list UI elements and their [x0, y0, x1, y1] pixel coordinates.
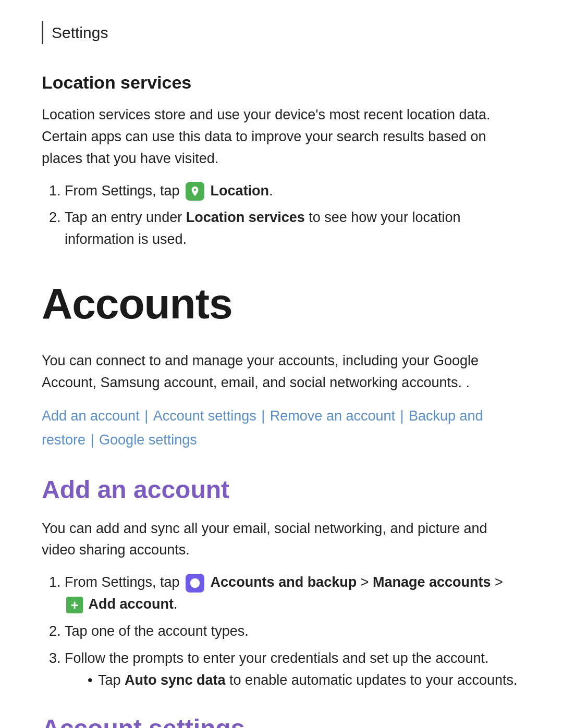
location-services-body: Location services store and use your dev…	[42, 104, 521, 170]
location-steps-list: From Settings, tap Location. Tap an entr…	[42, 180, 521, 251]
auto-sync-bold: Auto sync data	[125, 672, 226, 688]
add-account-bullet-list: Tap Auto sync data to enable automatic u…	[65, 670, 521, 692]
add-account-steps: From Settings, tap Accounts and backup >…	[42, 572, 521, 691]
quick-links-row: Add an account | Account settings | Remo…	[42, 404, 521, 452]
auto-sync-bullet: Tap Auto sync data to enable automatic u…	[88, 670, 521, 692]
accounts-backup-bold-1: Accounts and backup	[211, 574, 357, 590]
location-services-bold: Location services	[186, 209, 305, 225]
settings-title: Settings	[52, 24, 108, 41]
location-step-1: From Settings, tap Location.	[65, 180, 521, 202]
add-account-section: Add an account You can add and sync all …	[42, 471, 521, 692]
page-title: Accounts	[42, 272, 521, 336]
location-step-2: Tap an entry under Location services to …	[65, 207, 521, 251]
accounts-intro: You can connect to and manage your accou…	[42, 350, 521, 394]
account-settings-section: Account settings Each account has its ow…	[42, 710, 521, 728]
location-services-title: Location services	[42, 69, 521, 96]
manage-accounts-bold-1: Manage accounts	[373, 574, 491, 590]
add-account-heading[interactable]: Add an account	[42, 471, 521, 509]
settings-header: Settings	[42, 21, 521, 44]
add-account-step-2: Tap one of the account types.	[65, 621, 521, 643]
accounts-icon-1	[186, 574, 204, 593]
account-settings-heading[interactable]: Account settings	[42, 710, 521, 728]
add-account-step-3: Follow the prompts to enter your credent…	[65, 648, 521, 692]
add-account-step-1: From Settings, tap Accounts and backup >…	[65, 572, 521, 615]
location-icon	[186, 182, 204, 201]
add-account-bold: Add account	[89, 596, 174, 612]
add-account-body: You can add and sync all your email, soc…	[42, 518, 521, 562]
link-google-settings[interactable]: Google settings	[99, 432, 197, 448]
link-account-settings[interactable]: Account settings	[153, 408, 256, 424]
location-bold: Location	[211, 183, 270, 199]
plus-icon	[66, 597, 83, 613]
location-services-section: Location services Location services stor…	[42, 69, 521, 251]
link-add-account[interactable]: Add an account	[42, 408, 140, 424]
link-remove-account[interactable]: Remove an account	[270, 408, 395, 424]
